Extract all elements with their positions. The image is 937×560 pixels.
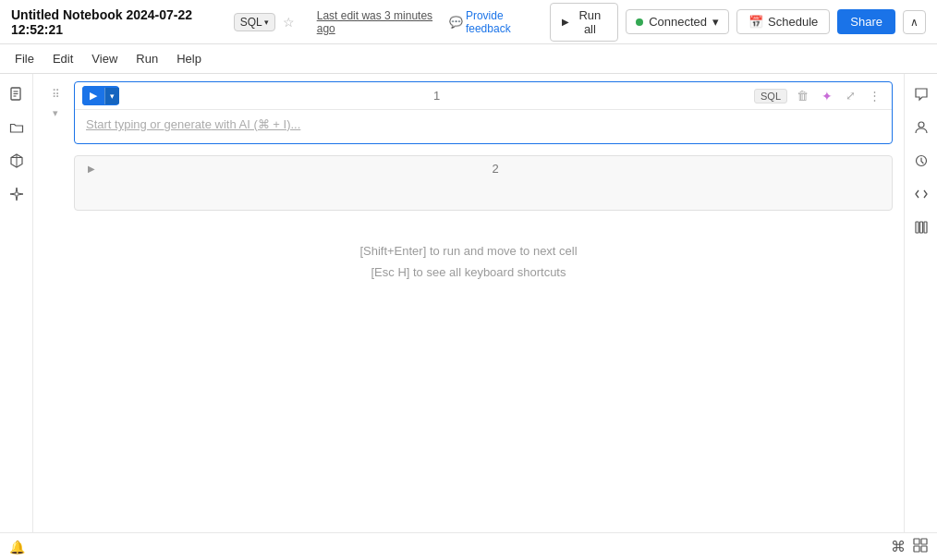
svg-rect-9 — [916, 222, 919, 233]
cell-more-icon[interactable]: ⋮ — [865, 87, 884, 104]
cell-2-gutter — [37, 155, 74, 218]
sidebar-sparkle-icon[interactable] — [4, 181, 30, 207]
svg-rect-13 — [921, 539, 927, 544]
collapse-button[interactable]: ∧ — [903, 10, 926, 34]
sidebar-document-icon[interactable] — [4, 81, 30, 107]
cell-2-run-button[interactable]: ▶ — [82, 160, 101, 177]
cells-container: ⠿ ▾ ▶ ▾ 1 SQL 🗑 ✦ ⤢ ⋮ — [33, 74, 904, 532]
notebook-area: ⠿ ▾ ▶ ▾ 1 SQL 🗑 ✦ ⤢ ⋮ — [33, 74, 904, 532]
cell-1-header: ▶ ▾ 1 SQL 🗑 ✦ ⤢ ⋮ — [75, 82, 892, 110]
left-sidebar — [0, 74, 33, 532]
hint-line-1: [Shift+Enter] to run and move to next ce… — [55, 240, 882, 262]
run-button-group: ▶ ▾ — [82, 86, 119, 105]
svg-rect-10 — [919, 222, 922, 233]
cell-2-number: 2 — [106, 162, 884, 176]
cell-delete-icon[interactable]: 🗑 — [793, 87, 812, 104]
play-icon: ▶ — [562, 17, 569, 27]
svg-point-7 — [919, 122, 924, 128]
drag-handle-icon[interactable]: ⠿ — [52, 89, 59, 100]
bottom-bar: 🔔 ⌘ — [0, 532, 937, 560]
notebook-title: Untitled Notebook 2024-07-22 12:52:21 — [11, 7, 226, 37]
cell-2[interactable]: ▶ 2 — [74, 155, 893, 211]
cell-1[interactable]: ▶ ▾ 1 SQL 🗑 ✦ ⤢ ⋮ Start typing or genera… — [74, 81, 893, 144]
sidebar-folder-icon[interactable] — [4, 115, 30, 140]
menu-bar: File Edit View Run Help — [0, 44, 937, 74]
cell-expand-icon[interactable]: ⤢ — [842, 87, 859, 104]
cell-1-type-badge[interactable]: SQL — [754, 89, 787, 103]
chat-bubble-icon: 💬 — [449, 16, 463, 29]
cmd-shortcut-icon[interactable]: ⌘ — [891, 538, 906, 555]
sql-chevron-icon: ▾ — [264, 18, 269, 27]
svg-rect-11 — [924, 222, 927, 233]
keyboard-hints: [Shift+Enter] to run and move to next ce… — [37, 222, 900, 302]
main-layout: ⠿ ▾ ▶ ▾ 1 SQL 🗑 ✦ ⤢ ⋮ — [0, 74, 937, 532]
sidebar-person-icon[interactable] — [908, 115, 934, 140]
sidebar-chat-icon[interactable] — [908, 81, 934, 107]
menu-edit[interactable]: Edit — [45, 49, 80, 68]
sidebar-package-icon[interactable] — [4, 148, 30, 174]
svg-rect-15 — [921, 546, 927, 552]
schedule-button[interactable]: 📅 Schedule — [736, 9, 830, 34]
menu-help[interactable]: Help — [169, 49, 209, 68]
cell-1-number: 1 — [125, 89, 748, 103]
sidebar-history-icon[interactable] — [908, 148, 934, 174]
hint-line-2: [Esc H] to see all keyboard shortcuts — [55, 262, 882, 283]
cell-run-dropdown-button[interactable]: ▾ — [104, 88, 119, 104]
cell-run-button[interactable]: ▶ — [82, 86, 104, 105]
connected-status-dot — [636, 18, 643, 26]
cell-1-placeholder: Start typing or generate with AI (⌘ + I)… — [86, 117, 300, 131]
cell-2-row: ▶ 2 — [37, 155, 900, 218]
grid-view-icon[interactable] — [913, 538, 928, 556]
cell-1-gutter: ⠿ ▾ — [37, 81, 74, 152]
menu-file[interactable]: File — [7, 49, 42, 68]
sidebar-code-icon[interactable] — [908, 181, 934, 207]
share-button[interactable]: Share — [837, 9, 895, 34]
cell-1-body[interactable]: Start typing or generate with AI (⌘ + I)… — [75, 110, 892, 143]
menu-run[interactable]: Run — [128, 49, 165, 68]
sql-badge-button[interactable]: SQL ▾ — [234, 13, 275, 31]
star-icon[interactable]: ☆ — [283, 15, 295, 30]
cell-ai-icon[interactable]: ✦ — [818, 87, 836, 105]
last-edit-text: Last edit was 3 minutes ago — [317, 9, 442, 35]
connected-button[interactable]: Connected ▾ — [626, 9, 729, 34]
menu-view[interactable]: View — [84, 49, 125, 68]
svg-rect-12 — [914, 539, 919, 544]
svg-rect-14 — [914, 546, 919, 552]
top-bar: Untitled Notebook 2024-07-22 12:52:21 SQ… — [0, 0, 937, 44]
collapse-cell-icon[interactable]: ▾ — [53, 107, 58, 119]
provide-feedback-link[interactable]: 💬 Provide feedback — [449, 9, 542, 35]
cell-2-header: ▶ 2 — [75, 156, 892, 181]
notification-icon[interactable]: 🔔 — [9, 540, 25, 554]
connected-chevron-icon: ▾ — [712, 15, 719, 29]
sidebar-library-icon[interactable] — [908, 214, 934, 240]
right-sidebar — [904, 74, 937, 532]
cell-1-row: ⠿ ▾ ▶ ▾ 1 SQL 🗑 ✦ ⤢ ⋮ — [37, 81, 900, 152]
calendar-icon: 📅 — [748, 15, 763, 29]
run-all-button[interactable]: ▶ Run all — [550, 3, 619, 42]
